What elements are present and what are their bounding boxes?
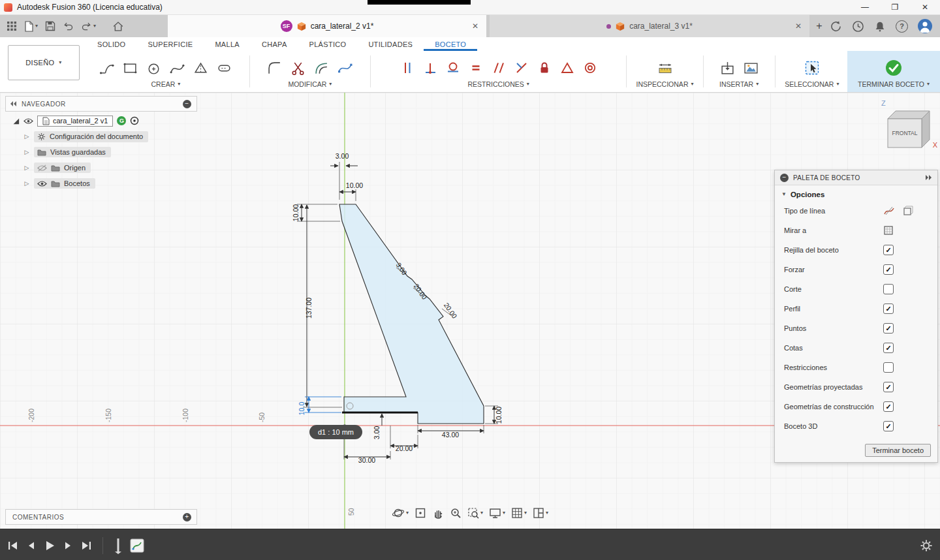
user-avatar[interactable] — [918, 19, 932, 33]
slot-tool-icon[interactable] — [217, 61, 232, 76]
menu-tab-boceto[interactable]: BOCETO — [424, 37, 477, 51]
undo-icon[interactable] — [63, 21, 74, 31]
navigator-root-row[interactable]: cara_lateral_2 v1 G — [12, 114, 139, 128]
dimension-value[interactable]: 137.00 — [305, 298, 313, 319]
app-grid-icon[interactable] — [7, 21, 17, 31]
navigator-item-doc-settings[interactable]: ▷ Configuración del documento — [24, 129, 148, 144]
save-icon[interactable] — [45, 21, 55, 31]
dimension-value[interactable]: 10.0 — [298, 402, 306, 416]
grid-settings-icon[interactable]: ▾ — [511, 507, 527, 519]
group-label-crear[interactable]: CREAR▾ — [151, 80, 181, 89]
palette-header[interactable]: − PALETA DE BOCETO — [775, 170, 937, 185]
viewport[interactable]: 3.0010.0010.00137.003.0020.0020.0010.004… — [0, 93, 940, 529]
menu-tab-chapa[interactable]: CHAPA — [251, 37, 298, 51]
dimension-value[interactable]: 10.00 — [292, 204, 300, 221]
group-label-insertar[interactable]: INSERTAR▾ — [719, 80, 759, 89]
spline-tool-icon[interactable] — [170, 61, 185, 76]
navigator-header[interactable]: NAVEGADOR − — [5, 96, 197, 112]
play-icon[interactable] — [43, 539, 56, 552]
home-icon[interactable] — [112, 21, 124, 32]
insert-image-icon[interactable] — [744, 61, 759, 76]
group-label-inspeccionar[interactable]: INSPECCIONAR▾ — [636, 80, 694, 89]
trim-scissors-icon[interactable] — [290, 61, 306, 76]
menu-tab-malla[interactable]: MALLA — [204, 37, 251, 51]
notifications-bell-icon[interactable] — [874, 20, 886, 33]
navigator-item-origin[interactable]: ▷ Origen — [24, 161, 91, 175]
file-menu-button[interactable]: ▾ — [24, 21, 38, 32]
job-status-icon[interactable] — [830, 20, 842, 33]
palette-checkbox[interactable]: ✓ — [883, 303, 894, 314]
dimension-value[interactable]: 43.00 — [442, 431, 459, 439]
dimension-value[interactable]: 20.00 — [396, 444, 413, 452]
group-label-modificar[interactable]: MODIFICAR▾ — [288, 80, 332, 89]
timeline-sketch-feature[interactable] — [129, 538, 145, 553]
close-button[interactable]: ✕ — [910, 0, 940, 14]
viewports-icon[interactable]: ▾ — [533, 507, 548, 519]
group-terminar-boceto[interactable]: TERMINAR BOCETO▾ — [847, 51, 940, 92]
help-icon[interactable]: ? — [896, 20, 908, 33]
navigator-root-item[interactable]: cara_lateral_2 v1 — [37, 116, 113, 127]
palette-checkbox[interactable]: ✓ — [883, 421, 894, 431]
zoom-window-icon[interactable]: ▾ — [467, 507, 483, 519]
tab-close-icon[interactable]: ✕ — [795, 22, 802, 31]
add-comment-icon[interactable]: + — [183, 513, 191, 521]
navigator-item-sketches[interactable]: ▷ Bocetos — [24, 176, 95, 191]
tangent-constraint-icon[interactable] — [446, 61, 460, 75]
document-tab-active[interactable]: SF cara_lateral_2 v1* ✕ — [168, 15, 486, 37]
pan-hand-icon[interactable] — [432, 507, 444, 519]
palette-checkbox[interactable]: ✓ — [883, 401, 894, 412]
offset-tool-icon[interactable] — [314, 61, 329, 76]
comments-bar[interactable]: COMENTARIOS + — [5, 509, 197, 525]
dimension-value[interactable]: 3.00 — [336, 152, 349, 160]
menu-tab-superficie[interactable]: SUPERFICIE — [136, 37, 204, 51]
line-tool-icon[interactable] — [99, 61, 114, 76]
mirror-tool-icon[interactable] — [193, 61, 208, 76]
visibility-eye-icon[interactable] — [37, 180, 47, 187]
palette-checkbox[interactable] — [883, 362, 894, 373]
palette-checkbox[interactable] — [883, 284, 894, 294]
minimize-panel-icon[interactable]: − — [780, 174, 789, 182]
edit-spline-icon[interactable] — [337, 61, 352, 76]
horizontal-vertical-constraint-icon[interactable] — [400, 61, 415, 75]
collapse-panel-icon[interactable] — [10, 101, 18, 107]
measure-tool-icon[interactable] — [657, 61, 673, 76]
perpendicular-constraint-icon[interactable] — [514, 61, 529, 75]
expand-arrow-icon[interactable]: ▷ — [24, 164, 30, 171]
menu-tab-plástico[interactable]: PLÁSTICO — [298, 37, 358, 51]
construction-line-icon[interactable] — [903, 206, 913, 216]
timeline-marker[interactable] — [113, 537, 123, 554]
go-to-end-icon[interactable] — [80, 540, 93, 552]
zoom-icon[interactable] — [450, 507, 462, 519]
visibility-off-eye-icon[interactable] — [37, 164, 47, 172]
group-label-terminar[interactable]: TERMINAR BOCETO▾ — [858, 80, 930, 89]
parallel-constraint-icon[interactable] — [492, 61, 506, 75]
group-label-seleccionar[interactable]: SELECCIONAR▾ — [785, 80, 839, 89]
minimize-panel-icon[interactable]: − — [183, 100, 191, 108]
target-icon[interactable] — [130, 116, 139, 125]
workspace-selector[interactable]: DISEÑO ▾ — [8, 45, 80, 80]
dimension-value[interactable]: 30.00 — [358, 456, 375, 464]
palette-checkbox[interactable]: ✓ — [883, 245, 894, 255]
new-tab-button[interactable]: + — [809, 15, 829, 37]
dimension-value[interactable]: 3.00 — [373, 426, 381, 440]
midpoint-constraint-icon[interactable] — [560, 61, 574, 75]
palette-checkbox[interactable]: ✓ — [883, 323, 894, 334]
expand-arrow-icon[interactable]: ▷ — [24, 180, 30, 187]
menu-tab-solido[interactable]: SOLIDO — [86, 37, 136, 51]
dimension-value[interactable]: 10.00 — [346, 181, 363, 189]
look-at-icon[interactable] — [415, 507, 426, 519]
display-settings-icon[interactable]: ▾ — [489, 507, 505, 519]
step-back-icon[interactable] — [25, 540, 37, 552]
fillet-tool-icon[interactable] — [267, 61, 282, 76]
select-tool-icon[interactable] — [804, 60, 820, 76]
viewcube[interactable]: Z FRONTAL X — [873, 98, 939, 161]
rectangle-tool-icon[interactable] — [123, 61, 138, 76]
step-forward-icon[interactable] — [62, 540, 74, 552]
palette-checkbox[interactable]: ✓ — [883, 382, 894, 392]
circle-tool-icon[interactable] — [146, 61, 161, 76]
orbit-icon[interactable]: ▾ — [392, 506, 409, 520]
timeline-gear-icon[interactable] — [919, 538, 933, 553]
coincident-constraint-icon[interactable] — [423, 61, 437, 75]
line-type-icon[interactable] — [883, 206, 895, 216]
concentric-constraint-icon[interactable] — [583, 61, 597, 75]
